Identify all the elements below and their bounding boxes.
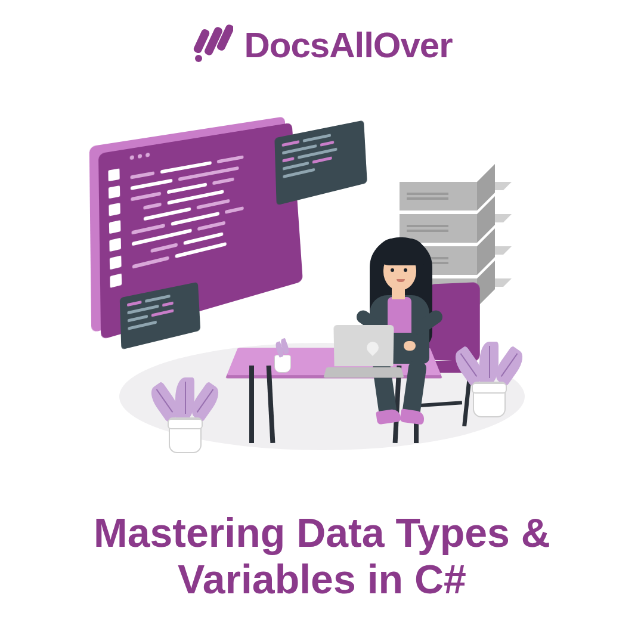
brand-name: DocsAllOver — [244, 24, 452, 66]
plant-left — [155, 373, 215, 453]
svg-point-3 — [195, 55, 202, 62]
laptop — [325, 325, 402, 385]
desk-plant — [274, 355, 291, 373]
page-title: Mastering Data Types & Variables in C# — [0, 509, 644, 602]
plant-right — [459, 337, 519, 417]
brand-header: DocsAllOver — [0, 24, 644, 66]
hero-illustration — [95, 98, 549, 468]
docsallover-logo-icon — [191, 24, 233, 66]
